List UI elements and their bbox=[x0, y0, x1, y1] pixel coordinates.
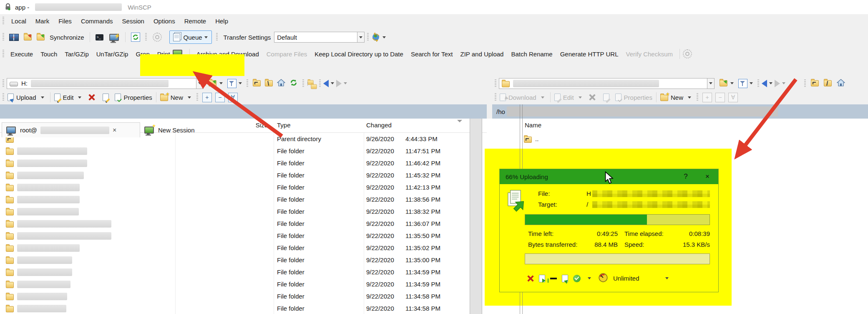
speed-limit-value[interactable]: Unlimited bbox=[613, 275, 639, 282]
minimize-dialog-icon[interactable] bbox=[550, 278, 557, 279]
queue-dropdown-caret[interactable] bbox=[204, 36, 208, 38]
commander-layout-icon[interactable] bbox=[9, 34, 19, 41]
upload-caret[interactable] bbox=[41, 96, 44, 99]
table-row[interactable]: File folder 9/22/202011:38:56 PM bbox=[0, 193, 487, 205]
move-to-background-icon[interactable] bbox=[562, 275, 568, 282]
select-all-icon[interactable]: ∀ bbox=[228, 93, 238, 102]
parent-directory-icon[interactable] bbox=[253, 80, 261, 86]
filter-icon[interactable] bbox=[738, 79, 747, 88]
address-grip[interactable] bbox=[3, 79, 4, 88]
parent-directory-icon[interactable] bbox=[811, 80, 819, 86]
toolbar-grip[interactable] bbox=[367, 33, 369, 41]
root-directory-icon[interactable] bbox=[824, 80, 832, 86]
menu-help[interactable]: Help bbox=[211, 18, 233, 25]
cmd-tar-gzip[interactable]: Tar/GZip bbox=[61, 51, 93, 58]
address-grip[interactable] bbox=[804, 79, 806, 88]
table-row[interactable]: File folder 9/22/202011:34:58 PM bbox=[0, 290, 487, 302]
directory-tree-icon[interactable] bbox=[307, 79, 317, 88]
address-grip[interactable] bbox=[757, 79, 759, 88]
table-row[interactable]: File folder 9/22/202011:42:13 PM bbox=[0, 181, 487, 193]
root-directory-icon[interactable] bbox=[265, 80, 273, 86]
table-row[interactable]: File folder 9/22/202011:35:50 PM bbox=[0, 230, 487, 242]
edit-button[interactable]: Edit bbox=[53, 94, 85, 101]
back-caret[interactable] bbox=[769, 82, 772, 84]
back-caret[interactable] bbox=[331, 82, 334, 84]
edit-caret[interactable] bbox=[78, 96, 81, 99]
cmd-untar-gzip[interactable]: UnTar/GZip bbox=[93, 51, 132, 58]
local-list-scrollbar[interactable] bbox=[470, 119, 482, 314]
home-directory-icon[interactable] bbox=[277, 79, 285, 88]
new-button[interactable]: New bbox=[159, 94, 194, 101]
menu-session[interactable]: Session bbox=[118, 18, 149, 25]
skip-file-icon[interactable] bbox=[539, 275, 545, 282]
filter-icon[interactable] bbox=[227, 79, 236, 88]
open-in-putty-icon[interactable]: ⚡ bbox=[109, 34, 119, 41]
speed-limit-caret[interactable] bbox=[665, 277, 669, 279]
buttons-grip[interactable] bbox=[495, 93, 496, 101]
local-address-combo[interactable]: H: bbox=[7, 78, 196, 89]
speed-limit-icon[interactable] bbox=[598, 273, 608, 284]
remote-address-combo[interactable] bbox=[499, 78, 707, 89]
back-icon[interactable] bbox=[323, 80, 329, 87]
commands-grip[interactable] bbox=[3, 50, 4, 58]
toolbar-grip[interactable] bbox=[3, 33, 4, 41]
menu-files[interactable]: Files bbox=[54, 18, 76, 25]
select-plus-icon[interactable]: + bbox=[202, 93, 212, 102]
column-type[interactable]: Type bbox=[277, 122, 291, 129]
cmd-zip-and-upload[interactable]: ZIP and Upload bbox=[457, 51, 508, 58]
menu-remote[interactable]: Remote bbox=[180, 18, 211, 25]
filter-caret[interactable] bbox=[239, 82, 242, 84]
address-grip[interactable] bbox=[319, 79, 321, 88]
cmd-batch-rename[interactable]: Batch Rename bbox=[507, 51, 556, 58]
table-row[interactable]: File folder 9/22/202011:36:07 PM bbox=[0, 218, 487, 230]
column-changed[interactable]: Changed bbox=[366, 122, 392, 129]
sync-remote-icon[interactable] bbox=[24, 34, 32, 41]
address-grip[interactable] bbox=[247, 79, 248, 88]
open-directory-icon[interactable] bbox=[720, 80, 727, 86]
menu-grip[interactable] bbox=[3, 17, 4, 25]
new-session-tab[interactable]: New Session bbox=[142, 122, 195, 137]
menu-commands[interactable]: Commands bbox=[76, 18, 118, 25]
synchronize-button[interactable]: Synchronize bbox=[50, 34, 84, 41]
menu-local[interactable]: Local bbox=[7, 18, 31, 25]
column-name[interactable]: Name bbox=[525, 122, 541, 129]
address-grip[interactable] bbox=[495, 79, 496, 88]
close-tab-icon[interactable]: × bbox=[113, 127, 116, 134]
cancel-transfer-icon[interactable] bbox=[527, 275, 534, 282]
menu-mark[interactable]: Mark bbox=[31, 18, 54, 25]
table-row[interactable]: File folder 9/22/202011:45:32 PM bbox=[0, 169, 487, 181]
toolbar-grip[interactable] bbox=[216, 33, 218, 41]
transfer-settings-label[interactable]: Transfer Settings bbox=[224, 34, 271, 41]
active-session-tab[interactable]: root@ × bbox=[2, 122, 140, 137]
globe-sync-icon[interactable] bbox=[371, 33, 380, 42]
new-caret[interactable] bbox=[688, 96, 691, 99]
unselect-minus-icon[interactable]: − bbox=[215, 93, 225, 102]
transfer-settings-select[interactable]: Default bbox=[274, 32, 357, 43]
preferences-gear-icon[interactable] bbox=[153, 33, 162, 42]
open-directory-caret[interactable] bbox=[219, 82, 223, 84]
table-row[interactable]: File folder 9/22/202011:34:59 PM bbox=[0, 278, 487, 290]
table-row[interactable]: File folder 9/22/202011:35:02 PM bbox=[0, 242, 487, 254]
home-directory-icon[interactable] bbox=[837, 79, 845, 88]
new-caret[interactable] bbox=[188, 96, 191, 99]
refresh-panel-icon[interactable] bbox=[131, 33, 140, 42]
toolbar-grip[interactable] bbox=[145, 33, 147, 41]
dialog-help-button[interactable]: ? bbox=[681, 172, 691, 182]
table-row[interactable]: File folder 9/22/202011:35:00 PM bbox=[0, 254, 487, 266]
table-row[interactable]: File folder 9/22/202011:34:58 PM bbox=[0, 302, 487, 314]
rename-icon[interactable] bbox=[103, 94, 109, 101]
buttons-grip[interactable] bbox=[697, 93, 698, 101]
back-icon[interactable] bbox=[762, 80, 767, 87]
delete-icon[interactable] bbox=[88, 94, 95, 101]
table-row[interactable]: File folder 9/22/202011:38:32 PM bbox=[0, 205, 487, 218]
queue-button[interactable]: Queue bbox=[169, 30, 212, 44]
table-row[interactable]: .. bbox=[492, 133, 868, 145]
buttons-grip[interactable] bbox=[3, 93, 4, 101]
cmd-keep-local-dir-up-to-date[interactable]: Keep Local Directory up to Date bbox=[311, 51, 407, 58]
refresh-icon[interactable] bbox=[289, 78, 298, 88]
open-directory-icon[interactable] bbox=[209, 80, 216, 86]
transfer-options-caret[interactable] bbox=[588, 277, 591, 279]
upload-button[interactable]: Upload bbox=[7, 94, 47, 101]
globe-dropdown-caret[interactable] bbox=[382, 36, 386, 38]
table-row[interactable]: File folder 9/22/202011:34:59 PM bbox=[0, 266, 487, 278]
